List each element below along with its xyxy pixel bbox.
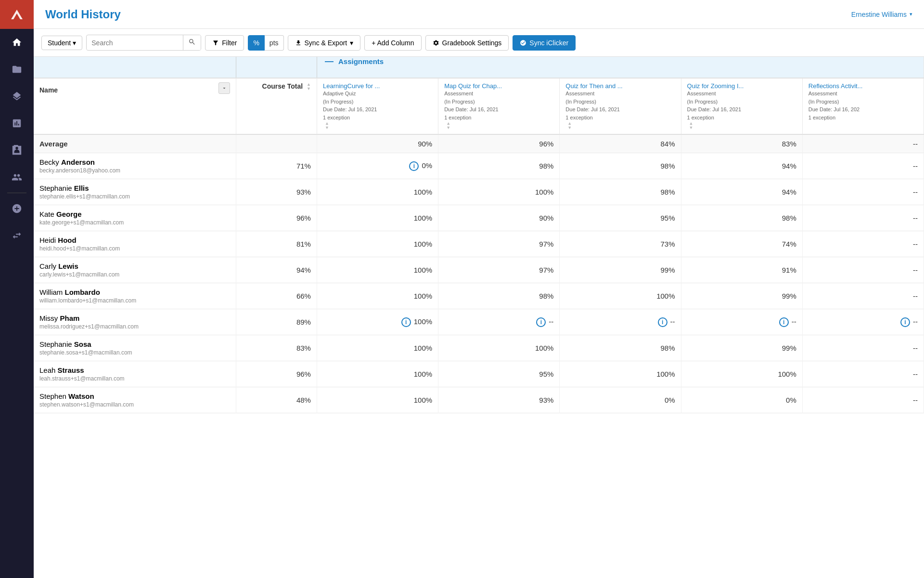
info-icon[interactable]: i xyxy=(401,317,411,327)
minus-icon: — xyxy=(325,57,334,66)
student-total: 71% xyxy=(236,153,317,179)
table-row[interactable]: Stephanie Ellis stephanie.ellis+s1@macmi… xyxy=(34,179,924,205)
student-name: Carly Lewis xyxy=(39,262,230,270)
table-row[interactable]: Stephanie Sosa stephanie.sosa+s1@macmill… xyxy=(34,335,924,361)
sync-export-button[interactable]: Sync & Export ▾ xyxy=(288,35,361,51)
student-email: carly.lewis+s1@macmillan.com xyxy=(39,271,230,278)
student-name-cell: Missy Pham melissa.rodriguez+s1@macmilla… xyxy=(34,309,236,335)
student-grade-3: 91% xyxy=(681,257,802,283)
sync-iclicker-button[interactable]: Sync iClicker xyxy=(513,35,576,51)
filter-button[interactable]: Filter xyxy=(205,35,244,51)
table-row[interactable]: Stephen Watson stephen.watson+s1@macmill… xyxy=(34,387,924,413)
student-grade-2: 99% xyxy=(560,257,681,283)
student-grade-0: 100% xyxy=(317,283,438,309)
student-name-cell: Heidi Hood heidi.hood+s1@macmillan.com xyxy=(34,231,236,257)
sidebar-item-add[interactable] xyxy=(0,195,34,222)
info-icon[interactable]: i xyxy=(536,317,546,327)
student-grade-2: 100% xyxy=(560,361,681,387)
student-grade-4: -- xyxy=(802,257,924,283)
table-row[interactable]: Becky Anderson becky.anderson18@yahoo.co… xyxy=(34,153,924,179)
student-name: Kate George xyxy=(39,210,230,218)
student-grade-4: -- xyxy=(802,335,924,361)
assignment-col-4[interactable]: Reflections Activit... Assessment (In Pr… xyxy=(802,78,924,134)
sidebar-item-transfer[interactable] xyxy=(0,222,34,249)
info-icon[interactable]: i xyxy=(900,317,910,327)
sidebar-item-folder[interactable] xyxy=(0,56,34,83)
table-row[interactable]: William Lombardo william.lombardo+s1@mac… xyxy=(34,283,924,309)
grade-toggle: % pts xyxy=(248,35,283,51)
average-grade-4: -- xyxy=(802,134,924,153)
student-grade-3: 94% xyxy=(681,179,802,205)
student-grade-2: i-- xyxy=(560,309,681,335)
student-grade-3: 98% xyxy=(681,205,802,231)
table-row[interactable]: Carly Lewis carly.lewis+s1@macmillan.com… xyxy=(34,257,924,283)
name-column-header: Name xyxy=(34,78,236,134)
info-icon[interactable]: i xyxy=(409,161,419,171)
average-grade-1: 96% xyxy=(438,134,560,153)
table-row[interactable]: Heidi Hood heidi.hood+s1@macmillan.com 8… xyxy=(34,231,924,257)
sidebar-item-layers[interactable] xyxy=(0,83,34,110)
student-grade-4: i-- xyxy=(802,309,924,335)
student-grade-2: 95% xyxy=(560,205,681,231)
student-grade-1: 100% xyxy=(438,335,560,361)
student-grade-0: i0% xyxy=(317,153,438,179)
gradebook-table: — Assignments Name xyxy=(34,57,924,413)
student-grade-3: 0% xyxy=(681,387,802,413)
info-icon[interactable]: i xyxy=(658,317,667,327)
table-row[interactable]: Kate George kate.george+s1@macmillan.com… xyxy=(34,205,924,231)
info-icon[interactable]: i xyxy=(779,317,789,327)
student-grade-1: 97% xyxy=(438,231,560,257)
student-email: leah.strauss+s1@macmillan.com xyxy=(39,375,230,382)
student-grade-2: 73% xyxy=(560,231,681,257)
student-total: 48% xyxy=(236,387,317,413)
student-total: 96% xyxy=(236,205,317,231)
student-grade-4: -- xyxy=(802,283,924,309)
student-grade-3: 94% xyxy=(681,153,802,179)
student-name-cell: Kate George kate.george+s1@macmillan.com xyxy=(34,205,236,231)
gradebook-table-container[interactable]: — Assignments Name xyxy=(34,57,924,578)
assignment-col-3[interactable]: Quiz for Zooming I... Assessment (In Pro… xyxy=(681,78,802,134)
table-row[interactable]: Missy Pham melissa.rodriguez+s1@macmilla… xyxy=(34,309,924,335)
table-row[interactable]: Leah Strauss leah.strauss+s1@macmillan.c… xyxy=(34,361,924,387)
search-button[interactable] xyxy=(183,35,201,50)
student-total: 81% xyxy=(236,231,317,257)
student-filter-button[interactable]: Student ▾ xyxy=(41,36,82,50)
student-grade-3: 100% xyxy=(681,361,802,387)
add-column-button[interactable]: + Add Column xyxy=(364,35,421,51)
sidebar-item-people[interactable] xyxy=(0,164,34,191)
student-grade-0: 100% xyxy=(317,387,438,413)
page-title: World History xyxy=(45,8,121,21)
assignment-col-2[interactable]: Quiz for Then and ... Assessment (In Pro… xyxy=(560,78,681,134)
sidebar-item-notebook[interactable] xyxy=(0,137,34,164)
pts-toggle-button[interactable]: pts xyxy=(265,35,284,51)
app-logo[interactable] xyxy=(0,0,34,29)
total-column-header[interactable]: Course Total ▲▼ xyxy=(236,78,317,134)
student-grade-1: 98% xyxy=(438,153,560,179)
student-name-cell: Carly Lewis carly.lewis+s1@macmillan.com xyxy=(34,257,236,283)
sidebar-item-analytics[interactable] xyxy=(0,110,34,137)
student-email: heidi.hood+s1@macmillan.com xyxy=(39,245,230,252)
student-grade-0: 100% xyxy=(317,361,438,387)
average-grade-2: 84% xyxy=(560,134,681,153)
assignment-col-1[interactable]: Map Quiz for Chap... Assessment (In Prog… xyxy=(438,78,560,134)
sidebar-item-home[interactable] xyxy=(0,29,34,56)
name-section-header xyxy=(34,57,236,78)
gradebook-settings-button[interactable]: Gradebook Settings xyxy=(425,35,509,51)
page-header: World History Ernestine Williams ▾ xyxy=(34,0,924,29)
student-total: 94% xyxy=(236,257,317,283)
student-name: Missy Pham xyxy=(39,314,230,322)
sort-button[interactable] xyxy=(218,82,230,94)
user-menu[interactable]: Ernestine Williams ▾ xyxy=(851,11,912,18)
search-input[interactable] xyxy=(87,36,183,50)
student-grade-0: 100% xyxy=(317,231,438,257)
student-total: 66% xyxy=(236,283,317,309)
average-row: Average 90%96%84%83%-- xyxy=(34,134,924,153)
student-grade-1: 97% xyxy=(438,257,560,283)
student-grade-2: 100% xyxy=(560,283,681,309)
student-grade-1: 95% xyxy=(438,361,560,387)
assignment-col-0[interactable]: LearningCurve for ... Adaptive Quiz (In … xyxy=(317,78,438,134)
student-grade-0: 100% xyxy=(317,335,438,361)
student-grade-1: 93% xyxy=(438,387,560,413)
percent-toggle-button[interactable]: % xyxy=(248,35,264,51)
student-total: 83% xyxy=(236,335,317,361)
